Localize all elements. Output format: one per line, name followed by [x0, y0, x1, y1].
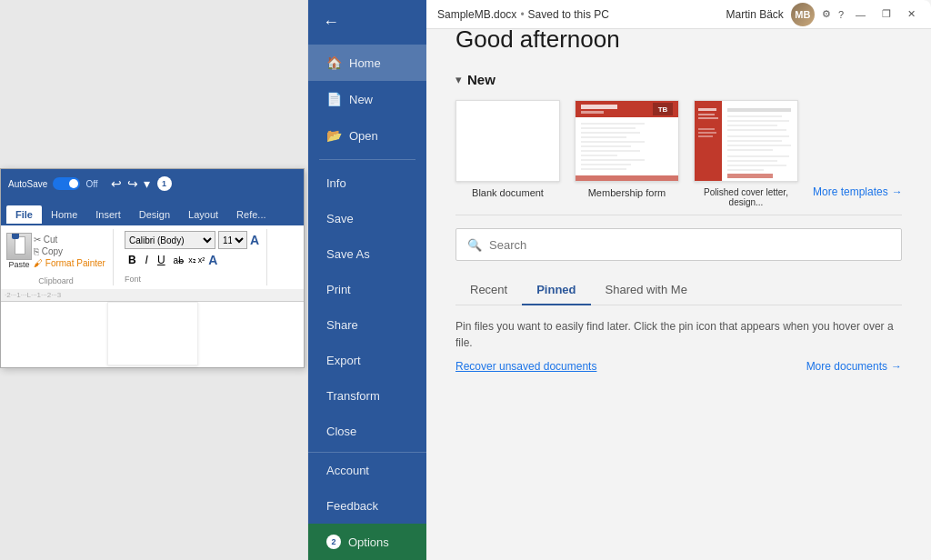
increase-font-button[interactable]: A	[250, 233, 259, 247]
tab-insert[interactable]: Insert	[86, 205, 130, 224]
user-name: Martin Bäck	[726, 8, 784, 21]
tab-home[interactable]: Home	[42, 205, 86, 224]
svg-rect-36	[727, 160, 777, 162]
restore-button[interactable]: ❐	[877, 6, 896, 22]
svg-rect-11	[581, 145, 631, 147]
new-section-title: New	[467, 72, 496, 87]
italic-button[interactable]: I	[142, 252, 152, 268]
customize-icon[interactable]: ▾	[144, 176, 150, 191]
nav-item-export[interactable]: Export	[308, 343, 426, 378]
svg-rect-21	[698, 114, 715, 115]
autosave-label: AutoSave	[8, 179, 47, 189]
svg-rect-33	[727, 145, 791, 146]
svg-rect-28	[727, 120, 789, 122]
minimize-button[interactable]: —	[851, 7, 870, 22]
format-painter-button[interactable]: 🖌 Format Painter	[34, 258, 105, 268]
pinned-message: Pin files you want to easily find later.…	[455, 318, 902, 351]
tab-references[interactable]: Refe...	[227, 205, 275, 224]
close-button[interactable]: ✕	[903, 6, 920, 22]
divider	[455, 215, 902, 215]
more-documents-link[interactable]: More documents →	[806, 360, 902, 373]
svg-rect-29	[727, 125, 777, 126]
template-membership[interactable]: TB	[575, 100, 679, 198]
svg-rect-39	[727, 174, 773, 178]
greeting: Good afternoon	[455, 25, 902, 54]
word-ribbon-window: AutoSave Off ↩ ↪ ▾ 1 File Home Insert De…	[0, 168, 305, 368]
superscript-button[interactable]: x²	[198, 255, 205, 265]
titlebar-right: Martin Bäck MB ⚙ ? — ❐ ✕	[726, 3, 920, 26]
svg-rect-27	[727, 115, 782, 117]
nav-item-feedback[interactable]: Feedback	[308, 488, 426, 524]
tab-shared[interactable]: Shared with Me	[591, 275, 702, 305]
autosave-toggle[interactable]	[53, 177, 80, 190]
home-icon: 🏠	[326, 55, 342, 70]
more-templates-link[interactable]: More templates →	[813, 185, 903, 198]
nav-item-account[interactable]: Account	[308, 453, 426, 488]
svg-rect-10	[581, 141, 645, 143]
svg-rect-6	[581, 123, 645, 125]
badge-2: 2	[326, 535, 341, 549]
font-group-label: Font	[125, 275, 141, 284]
template-blank[interactable]: Blank document	[455, 100, 560, 198]
undo-icon[interactable]: ↩	[111, 176, 122, 191]
svg-rect-12	[581, 150, 640, 152]
svg-rect-7	[581, 127, 636, 129]
template-blank-label: Blank document	[472, 187, 544, 198]
svg-rect-31	[727, 135, 789, 137]
nav-item-save-as[interactable]: Save As	[308, 236, 426, 272]
nav-item-options[interactable]: 2 Options	[308, 524, 426, 560]
font-name-select[interactable]: Calibri (Body)	[125, 231, 215, 249]
svg-rect-35	[727, 155, 789, 157]
redo-icon[interactable]: ↪	[127, 176, 138, 191]
svg-rect-23	[698, 128, 715, 130]
document-area	[1, 302, 304, 365]
font-color-button[interactable]: A	[208, 253, 217, 267]
nav-back-button[interactable]: ←	[308, 0, 426, 45]
help-icon[interactable]: ?	[838, 9, 844, 20]
strikethrough-button[interactable]: ab̶	[171, 255, 187, 266]
svg-rect-16	[581, 168, 626, 170]
template-cover[interactable]: Polished cover letter, design...	[694, 100, 798, 207]
svg-rect-25	[698, 135, 713, 137]
paste-button[interactable]: Paste	[6, 233, 32, 269]
nav-item-transform[interactable]: Transform	[308, 378, 426, 414]
nav-item-home[interactable]: 🏠 Home	[308, 45, 426, 81]
recover-unsaved-link[interactable]: Recover unsaved documents	[455, 360, 596, 373]
nav-item-print[interactable]: Print	[308, 272, 426, 307]
underline-button[interactable]: U	[154, 252, 169, 268]
saved-status: Saved to this PC	[528, 8, 609, 21]
font-size-select[interactable]: 11	[218, 231, 247, 249]
new-icon: 📄	[326, 92, 342, 106]
copy-button[interactable]: ⎘ Copy	[34, 246, 105, 256]
nav-item-close[interactable]: Close	[308, 414, 426, 449]
search-input[interactable]	[489, 238, 890, 252]
tab-recent[interactable]: Recent	[455, 275, 522, 305]
subscript-button[interactable]: x₂	[188, 255, 196, 265]
svg-rect-15	[581, 164, 631, 165]
svg-rect-24	[698, 132, 716, 134]
nav-item-info[interactable]: Info	[308, 165, 426, 201]
ruler: ·2···1···L···1···2···3	[5, 291, 61, 299]
tab-pinned[interactable]: Pinned	[522, 275, 590, 305]
tab-file[interactable]: File	[6, 205, 42, 224]
tab-layout[interactable]: Layout	[179, 205, 227, 224]
bold-button[interactable]: B	[125, 252, 140, 268]
svg-rect-26	[727, 108, 791, 112]
titlebar-info: SampleMB.docx • Saved to this PC	[437, 8, 609, 21]
nav-item-share[interactable]: Share	[308, 307, 426, 343]
cut-button[interactable]: ✂ Cut	[34, 235, 105, 245]
template-cover-thumb	[694, 100, 798, 182]
svg-rect-9	[581, 136, 626, 138]
nav-item-save[interactable]: Save	[308, 201, 426, 236]
autosave-state: Off	[85, 179, 97, 189]
svg-rect-34	[727, 149, 773, 151]
backstage-panel: ← 🏠 Home 📄 New 📂 Open Info Save Save As …	[307, 0, 931, 560]
tab-design[interactable]: Design	[130, 205, 179, 224]
section-toggle[interactable]: ▾	[455, 73, 462, 86]
search-box[interactable]: 🔍	[455, 228, 902, 261]
svg-rect-20	[698, 108, 716, 111]
account-settings-icon[interactable]: ⚙	[822, 8, 831, 20]
nav-item-new[interactable]: 📄 New	[308, 81, 426, 117]
avatar[interactable]: MB	[791, 3, 815, 26]
nav-item-open[interactable]: 📂 Open	[308, 117, 426, 154]
